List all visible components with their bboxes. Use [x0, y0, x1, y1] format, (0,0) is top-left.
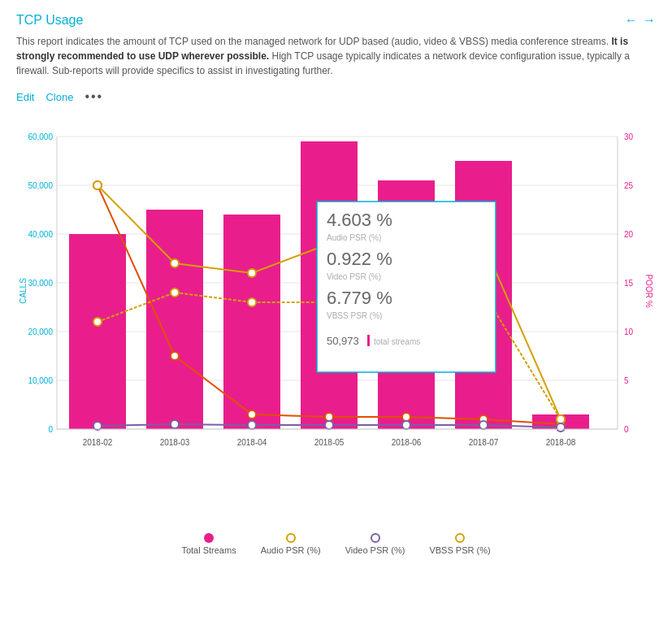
chart-legend: Total Streams Audio PSR (%) Video PSR (%…	[16, 533, 656, 560]
more-options-button[interactable]: •••	[85, 89, 103, 104]
video-dot-7	[557, 423, 565, 432]
video-dot-6	[479, 421, 488, 429]
legend-label-vbss-psr: VBSS PSR (%)	[429, 545, 490, 555]
svg-text:2018-05: 2018-05	[314, 438, 345, 447]
svg-text:5: 5	[624, 376, 629, 385]
streams-dot-2	[171, 352, 179, 360]
nav-next-button[interactable]: →	[643, 13, 656, 28]
legend-audio-psr: Audio PSR (%)	[261, 533, 321, 555]
svg-text:0.922 %: 0.922 %	[327, 249, 392, 269]
bar-2018-04	[223, 215, 280, 429]
svg-text:10: 10	[624, 328, 634, 336]
legend-video-psr: Video PSR (%)	[345, 533, 405, 555]
vbss-dot-2	[171, 288, 179, 297]
legend-label-audio-psr: Audio PSR (%)	[261, 545, 321, 555]
video-dot-3	[248, 421, 256, 429]
svg-text:2018-06: 2018-06	[392, 438, 422, 447]
svg-text:20: 20	[624, 230, 634, 239]
svg-rect-37	[367, 335, 370, 346]
vbss-dot-1	[93, 318, 102, 326]
video-dot-5	[402, 421, 410, 429]
clone-button[interactable]: Clone	[46, 91, 73, 103]
svg-text:VBSS PSR (%): VBSS PSR (%)	[327, 311, 382, 320]
svg-text:2018-07: 2018-07	[469, 438, 499, 447]
svg-text:POOR %: POOR %	[644, 274, 653, 307]
legend-label-total-streams: Total Streams	[181, 545, 236, 555]
svg-text:10,000: 10,000	[28, 376, 53, 385]
svg-text:60,000: 60,000	[28, 132, 53, 141]
svg-text:25: 25	[624, 181, 634, 190]
audio-dot-3	[248, 269, 256, 277]
svg-text:0: 0	[48, 425, 53, 434]
svg-text:2018-02: 2018-02	[83, 438, 113, 447]
svg-text:2018-04: 2018-04	[237, 438, 267, 447]
legend-vbss-psr: VBSS PSR (%)	[429, 533, 490, 555]
svg-text:Audio PSR (%): Audio PSR (%)	[327, 233, 381, 242]
streams-dot-3	[248, 410, 256, 419]
svg-text:40,000: 40,000	[28, 230, 53, 239]
description-text: This report indicates the amount of TCP …	[16, 34, 656, 78]
vbss-dot-3	[248, 298, 256, 306]
page-title: TCP Usage	[16, 13, 83, 28]
svg-text:total streams: total streams	[374, 337, 420, 346]
svg-text:6.779 %: 6.779 %	[327, 288, 392, 308]
svg-text:4.603 %: 4.603 %	[327, 210, 392, 230]
streams-dot-4	[325, 413, 333, 421]
streams-dot-5	[402, 413, 410, 421]
svg-text:30,000: 30,000	[28, 279, 53, 288]
svg-text:CALLS: CALLS	[19, 278, 28, 304]
svg-text:Video PSR (%): Video PSR (%)	[327, 272, 381, 281]
svg-text:50,973: 50,973	[327, 335, 359, 347]
legend-label-video-psr: Video PSR (%)	[345, 545, 405, 555]
svg-text:50,000: 50,000	[28, 181, 53, 190]
legend-total-streams: Total Streams	[181, 533, 236, 555]
edit-button[interactable]: Edit	[16, 91, 34, 103]
svg-text:20,000: 20,000	[28, 328, 53, 336]
nav-prev-button[interactable]: ←	[625, 13, 638, 28]
chart-svg: 60,000 50,000 40,000 30,000 20,000 10,00…	[16, 112, 656, 527]
svg-text:2018-03: 2018-03	[160, 438, 190, 447]
chart-area: 60,000 50,000 40,000 30,000 20,000 10,00…	[16, 112, 656, 527]
video-dot-2	[171, 420, 179, 428]
audio-dot-1	[93, 181, 102, 189]
vbss-dot-7	[557, 415, 565, 423]
video-dot-4	[325, 421, 333, 429]
audio-dot-2	[171, 259, 179, 267]
svg-text:0: 0	[624, 425, 629, 434]
svg-text:30: 30	[624, 132, 634, 141]
bar-2018-02	[69, 234, 126, 429]
svg-text:2018-08: 2018-08	[546, 438, 576, 447]
svg-text:15: 15	[624, 279, 634, 288]
